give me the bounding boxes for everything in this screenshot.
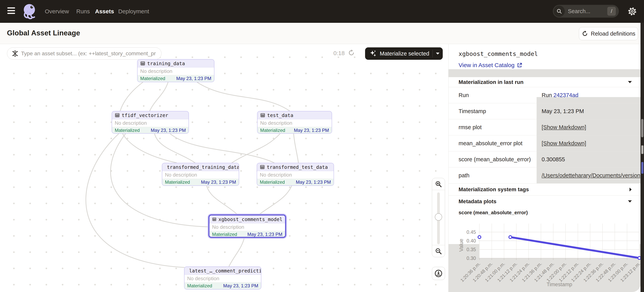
asset-node-test-data[interactable]: test_data No description MaterializedMay… xyxy=(257,111,332,134)
materialization-time[interactable]: May 23, 1:23 PM xyxy=(151,128,186,133)
asset-description: No description xyxy=(258,119,332,127)
show-markdown-link[interactable]: [Show Markdown] xyxy=(542,124,586,130)
section-materialization-system-tags[interactable]: Materialization system tags xyxy=(448,183,640,195)
nav-item-assets[interactable]: Assets xyxy=(95,0,114,23)
nav-item-runs[interactable]: Runs xyxy=(76,0,90,23)
asset-node-tfidf-vectorizer[interactable]: tfidf_vectorizer No description Material… xyxy=(112,111,189,134)
asset-node-latest-comment-predictions[interactable]: latest_…_comment_predictions No descript… xyxy=(184,266,261,289)
scrollbar-mark xyxy=(641,145,644,154)
sparkle-icon xyxy=(369,50,377,58)
asset-node-training-data[interactable]: training_data No description Materialize… xyxy=(137,59,214,82)
scrollbar-mark xyxy=(641,162,644,174)
asset-filter-input[interactable] xyxy=(21,51,157,57)
asset-node-transformed-training-data[interactable]: transformed_training_data No description… xyxy=(162,163,239,186)
asset-description: No description xyxy=(210,223,285,231)
table-icon xyxy=(115,113,120,118)
asset-details-panel: xgboost_comments_model View in Asset Cat… xyxy=(448,44,640,292)
refresh-timer: 0:18 xyxy=(334,50,344,57)
chevron-down-icon xyxy=(628,200,632,203)
zoom-in-icon xyxy=(435,180,442,188)
status-badge: Materialized xyxy=(212,232,237,237)
x-axis-title: Timestamp xyxy=(480,281,639,287)
table-row-mae-plot: mean_absolute_error plot [Show Markdown] xyxy=(448,135,640,151)
materialize-dropdown-caret[interactable] xyxy=(433,52,443,55)
score-value: 0.300855 xyxy=(536,151,640,167)
y-axis-title: Value xyxy=(458,239,464,251)
view-in-asset-catalog-link[interactable]: View in Asset Catalog xyxy=(458,62,522,69)
status-badge: Materialized xyxy=(260,128,285,133)
table-row-path: path /Users/odetteharary/Documents/versi… xyxy=(448,167,640,183)
status-badge: Materialized xyxy=(140,76,165,81)
asset-selection-icon xyxy=(12,50,18,57)
svg-text:0.40: 0.40 xyxy=(466,238,476,243)
show-markdown-link[interactable]: [Show Markdown] xyxy=(542,140,586,146)
table-row-score: score (mean_absolute_error) 0.300855 xyxy=(448,151,640,167)
scrollbar-thumb[interactable] xyxy=(641,119,644,137)
run-value: Run 242374ad xyxy=(536,87,640,103)
asset-node-xgboost-comments-model[interactable]: xgboost_comments_model No description Ma… xyxy=(208,215,286,238)
search-shortcut-badge: / xyxy=(607,7,616,16)
menu-icon[interactable] xyxy=(7,7,16,16)
reload-definitions-button[interactable]: Reload definitions xyxy=(579,27,638,40)
section-metadata-plots[interactable]: Metadata plots xyxy=(448,195,640,207)
materialization-time[interactable]: May 23, 1:23 PM xyxy=(294,128,329,133)
materialization-time[interactable]: May 23, 1:23 PM xyxy=(176,76,211,81)
window-scrollbar[interactable] xyxy=(640,23,644,292)
download-icon xyxy=(434,269,443,278)
asset-description: No description xyxy=(162,171,239,179)
zoom-controls xyxy=(432,178,445,257)
table-row-run: Run Run 242374ad xyxy=(448,87,640,103)
zoom-in-button[interactable] xyxy=(432,178,445,190)
nav-item-deployment[interactable]: Deployment xyxy=(118,0,149,23)
asset-description: No description xyxy=(257,171,334,179)
materialization-time[interactable]: May 23, 1:23 PM xyxy=(296,179,331,185)
page-header: Global Asset Lineage Reload definitions xyxy=(0,23,644,44)
metadata-plot-title: score (mean_absolute_error) xyxy=(458,210,528,216)
global-search[interactable]: Search... / xyxy=(553,5,619,18)
svg-text:0.30: 0.30 xyxy=(466,255,476,261)
table-row-rmse-plot: rmse plot [Show Markdown] xyxy=(448,119,640,135)
svg-text:0.35: 0.35 xyxy=(466,247,476,252)
asset-node-transformed-test-data[interactable]: transformed_test_data No description Mat… xyxy=(257,163,334,186)
path-link[interactable]: /Users/odetteharary/Documents/version xyxy=(542,172,640,178)
external-link-icon xyxy=(517,63,522,68)
zoom-out-icon xyxy=(435,247,442,255)
materialization-time[interactable]: May 23, 1:23 PM xyxy=(201,179,236,185)
asset-description: No description xyxy=(138,68,214,75)
settings-gear-icon[interactable] xyxy=(628,7,637,16)
materialization-time[interactable]: May 23, 1:23 PM xyxy=(223,283,258,288)
materialize-selected-button[interactable]: Materialize selected xyxy=(365,47,443,60)
download-graph-button[interactable] xyxy=(432,267,445,280)
loading-shimmer xyxy=(536,97,640,103)
asset-description: No description xyxy=(184,275,261,282)
materialize-selected-label: Materialize selected xyxy=(380,51,429,57)
section-materialization-last-run[interactable]: Materialization in last run xyxy=(448,77,640,87)
zoom-out-button[interactable] xyxy=(432,245,445,257)
table-icon xyxy=(212,217,216,222)
status-badge: Materialized xyxy=(260,179,285,185)
timestamp-value: May 23, 1:23 PM xyxy=(536,103,640,119)
table-icon xyxy=(260,113,265,118)
dagster-logo[interactable] xyxy=(20,2,38,22)
asset-name: xgboost_comments_model xyxy=(218,217,282,222)
loading-shimmer xyxy=(448,69,640,77)
search-icon xyxy=(554,6,565,17)
chevron-right-icon xyxy=(629,187,632,192)
chevron-down-icon xyxy=(628,81,632,84)
asset-name: test_data xyxy=(267,113,293,118)
timer-refresh-icon[interactable] xyxy=(348,49,355,57)
table-row-timestamp: Timestamp May 23, 1:23 PM xyxy=(448,103,640,119)
table-icon xyxy=(260,165,265,170)
zoom-slider-knob[interactable] xyxy=(435,213,442,221)
refresh-icon xyxy=(582,30,588,37)
table-icon xyxy=(140,61,145,66)
asset-graph-canvas[interactable]: 0:18 Materialize selected training_data xyxy=(0,44,448,292)
panel-asset-title: xgboost_comments_model xyxy=(458,50,538,57)
nav-item-overview[interactable]: Overview xyxy=(45,0,69,23)
asset-name: latest_…_comment_predictions xyxy=(189,268,261,274)
top-nav: Overview Runs Assets Deployment Search..… xyxy=(0,0,644,23)
svg-text:0.45: 0.45 xyxy=(466,229,476,235)
status-badge: Materialized xyxy=(187,283,212,288)
octopus-logo-icon xyxy=(20,2,38,21)
materialization-time[interactable]: May 23, 1:23 PM xyxy=(248,232,282,237)
